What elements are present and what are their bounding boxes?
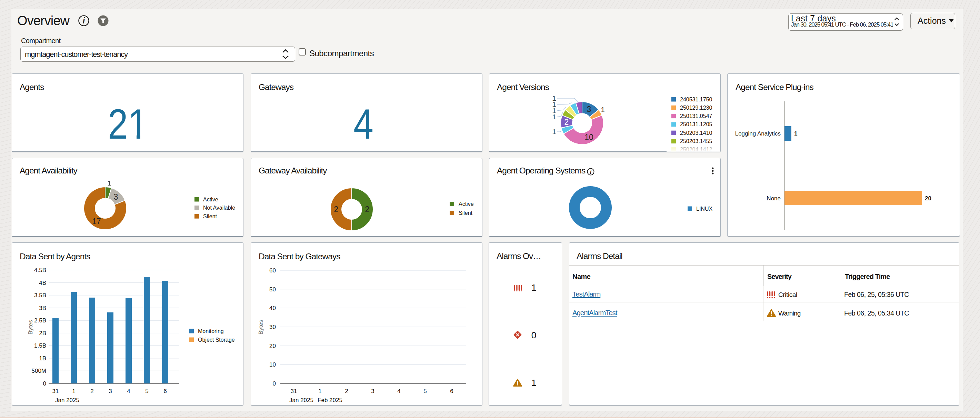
- svg-text:240531.1750: 240531.1750: [680, 97, 713, 102]
- svg-text:250129.1230: 250129.1230: [680, 105, 713, 111]
- svg-text:3: 3: [114, 192, 118, 201]
- svg-text:i: i: [83, 16, 85, 25]
- svg-text:250131.1205: 250131.1205: [680, 121, 713, 127]
- svg-text:Monitoring: Monitoring: [198, 328, 224, 334]
- svg-text:6: 6: [164, 388, 167, 395]
- svg-text:4.5B: 4.5B: [34, 267, 46, 274]
- svg-text:30: 30: [269, 324, 276, 330]
- svg-text:2: 2: [334, 205, 339, 214]
- svg-text:Feb 2025: Feb 2025: [318, 397, 342, 403]
- svg-text:50: 50: [269, 286, 276, 293]
- svg-text:6: 6: [450, 388, 453, 395]
- svg-text:4: 4: [397, 388, 400, 395]
- svg-text:Silent: Silent: [459, 210, 473, 216]
- svg-text:0: 0: [43, 380, 46, 387]
- svg-text:10: 10: [269, 361, 276, 368]
- svg-text:Logging Analytics: Logging Analytics: [735, 130, 781, 137]
- svg-text:250203.1455: 250203.1455: [680, 138, 713, 144]
- svg-text:3: 3: [371, 388, 374, 395]
- svg-text:250203.1410: 250203.1410: [680, 130, 713, 136]
- svg-text:1: 1: [531, 282, 536, 293]
- svg-text:3B: 3B: [39, 305, 46, 311]
- svg-text:17: 17: [92, 217, 101, 226]
- svg-text:LINUX: LINUX: [696, 206, 713, 212]
- svg-text:60: 60: [269, 267, 276, 274]
- svg-text:1: 1: [531, 378, 536, 388]
- svg-text:5: 5: [145, 388, 148, 395]
- svg-text:None: None: [767, 195, 781, 202]
- svg-text:Object Storage: Object Storage: [198, 337, 235, 343]
- svg-text:1: 1: [601, 105, 605, 113]
- svg-text:1: 1: [107, 179, 111, 187]
- svg-text:Active: Active: [203, 197, 218, 202]
- svg-text:3.5B: 3.5B: [34, 292, 46, 299]
- svg-text:Silent: Silent: [203, 213, 217, 219]
- svg-text:1: 1: [794, 130, 797, 137]
- svg-text:0: 0: [273, 380, 276, 387]
- svg-text:Bytes: Bytes: [27, 320, 34, 335]
- svg-text:1: 1: [72, 388, 75, 395]
- svg-text:2: 2: [565, 118, 569, 127]
- svg-text:4B: 4B: [39, 280, 46, 286]
- svg-text:3: 3: [587, 105, 591, 114]
- svg-text:4: 4: [127, 388, 130, 395]
- svg-text:1: 1: [552, 113, 556, 121]
- svg-text:1: 1: [318, 388, 321, 395]
- svg-text:31: 31: [291, 388, 297, 395]
- svg-text:1B: 1B: [39, 355, 46, 362]
- svg-text:3: 3: [109, 388, 112, 395]
- svg-text:1.5B: 1.5B: [34, 342, 46, 349]
- svg-text:20: 20: [925, 195, 931, 202]
- svg-text:2: 2: [90, 388, 94, 395]
- svg-text:40: 40: [269, 305, 276, 311]
- svg-text:10: 10: [584, 133, 593, 142]
- svg-text:5: 5: [423, 388, 426, 395]
- svg-text:31: 31: [52, 388, 59, 395]
- svg-text:0: 0: [531, 330, 536, 340]
- svg-text:Jan 2025: Jan 2025: [55, 397, 79, 403]
- svg-text:Not Available: Not Available: [203, 205, 235, 211]
- svg-text:2: 2: [365, 205, 370, 214]
- svg-text:2.5B: 2.5B: [34, 317, 46, 324]
- svg-text:2: 2: [345, 388, 348, 395]
- svg-text:500M: 500M: [31, 368, 46, 374]
- svg-text:1: 1: [552, 127, 556, 135]
- svg-text:2B: 2B: [39, 330, 46, 337]
- svg-text:Bytes: Bytes: [258, 320, 264, 335]
- svg-text:Jan 2025: Jan 2025: [289, 397, 313, 403]
- svg-text:250131.0547: 250131.0547: [680, 113, 713, 119]
- svg-text:20: 20: [269, 343, 276, 349]
- svg-text:Active: Active: [459, 201, 474, 207]
